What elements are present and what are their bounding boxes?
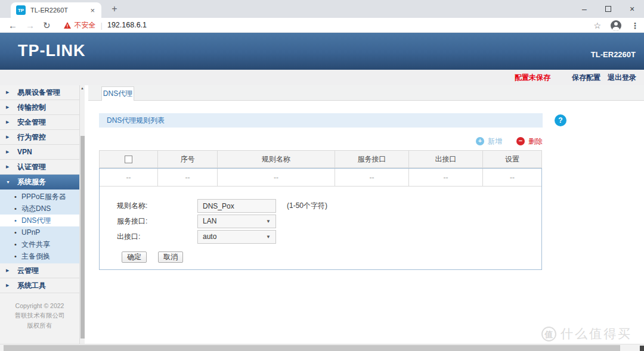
new-tab-button[interactable]: + <box>109 4 120 14</box>
chevron-right-icon: ▶ <box>6 105 12 110</box>
watermark-text: 什么值得买 <box>561 325 632 342</box>
column-header-out-interface: 出接口 <box>409 151 483 167</box>
plus-icon: + <box>476 137 484 145</box>
bullet-icon: • <box>14 206 19 212</box>
insecure-warning-icon: ! <box>64 22 72 29</box>
scroll-up-icon[interactable]: ▲ <box>80 86 85 90</box>
dropdown-arrow-icon: ▼ <box>266 231 271 243</box>
table-row: -- -- -- -- -- -- <box>100 169 541 187</box>
chevron-right-icon: ▶ <box>6 164 12 169</box>
back-icon[interactable]: ← <box>8 21 17 30</box>
bookmark-star-icon[interactable]: ☆ <box>593 21 601 30</box>
unsaved-config-badge: 配置未保存 <box>515 73 550 83</box>
browser-tabbar: TP TL-ER2260T × + – × <box>0 0 644 18</box>
copyright-notice: Copyright © 2022 普联技术有限公司 版权所有 <box>0 293 79 330</box>
chevron-down-icon: ▼ <box>6 180 12 184</box>
submenu-item-failover[interactable]: • 主备倒换 <box>0 250 79 262</box>
smzdm-watermark: 值 什么值得买 <box>541 325 632 342</box>
maximize-button[interactable] <box>596 0 620 18</box>
cancel-button[interactable]: 取消 <box>158 251 183 263</box>
logout-link[interactable]: 退出登录 <box>608 73 636 83</box>
maximize-icon <box>605 6 611 12</box>
chevron-right-icon: ▶ <box>6 90 12 95</box>
chevron-right-icon: ▶ <box>6 120 12 125</box>
forward-icon[interactable]: → <box>26 21 35 30</box>
sidebar-nav: ▶ 易展设备管理 ▶ 传输控制 ▶ 安全管理 ▶ 行为管控 ▶ VPN ▶ 认证… <box>0 85 79 344</box>
reload-icon[interactable]: ↻ <box>43 21 51 30</box>
submenu-item-dynamic-dns[interactable]: • 动态DNS <box>0 203 79 215</box>
rule-edit-panel: -- -- -- -- -- -- 规则名称: (1-50个字符) 服务接口: … <box>99 168 542 270</box>
horizontal-scrollbar-thumb[interactable] <box>4 345 620 351</box>
add-rule-button[interactable]: + 新增 <box>476 136 502 147</box>
delete-rule-button[interactable]: − 删除 <box>516 136 543 147</box>
profile-avatar-icon[interactable] <box>611 20 621 31</box>
out-interface-label: 出接口: <box>117 232 197 242</box>
config-statusbar: 配置未保存 保存配置 退出登录 <box>0 70 644 85</box>
column-header-rule-name: 规则名称 <box>218 151 335 167</box>
select-all-cell <box>100 151 158 167</box>
out-interface-select[interactable]: auto ▼ <box>197 230 276 244</box>
minimize-button[interactable]: – <box>572 0 596 18</box>
help-icon[interactable]: ? <box>555 114 566 126</box>
omnibox[interactable]: ! 不安全 | 192.168.6.1 <box>64 20 147 30</box>
tplink-logo: TP-LINK <box>18 42 85 60</box>
submenu-item-upnp[interactable]: • UPnP <box>0 226 79 238</box>
rule-name-input[interactable] <box>197 199 276 213</box>
dropdown-arrow-icon: ▼ <box>266 215 271 228</box>
table-actions: + 新增 − 删除 <box>99 136 543 147</box>
section-title: DNS代理规则列表 <box>99 113 543 128</box>
sidebar-item-system-services[interactable]: ▼ 系统服务 <box>0 175 79 190</box>
service-interface-select[interactable]: LAN ▼ <box>197 215 276 228</box>
chevron-right-icon: ▶ <box>6 283 12 288</box>
sidebar-scrollbar-thumb[interactable] <box>80 136 85 338</box>
sidebar-item-cloud-management[interactable]: ▶ 云管理 <box>0 263 79 278</box>
bullet-icon: • <box>14 194 19 200</box>
chevron-right-icon: ▶ <box>6 268 12 273</box>
browser-tab[interactable]: TP TL-ER2260T × <box>11 2 101 18</box>
submenu-item-file-sharing[interactable]: • 文件共享 <box>0 238 79 250</box>
column-header-index: 序号 <box>158 151 218 167</box>
save-config-link[interactable]: 保存配置 <box>572 73 600 83</box>
bullet-icon: • <box>14 241 19 248</box>
column-header-service-interface: 服务接口 <box>335 151 409 167</box>
horizontal-scrollbar[interactable] <box>0 344 644 351</box>
minus-icon: − <box>516 137 525 145</box>
tab-dns-proxy[interactable]: DNS代理 <box>101 86 134 101</box>
sidebar-scrollbar[interactable]: ▲ <box>79 85 85 344</box>
url-text: 192.168.6.1 <box>107 21 147 29</box>
scrollbar-corner <box>640 346 644 351</box>
page-header-banner: TP-LINK TL-ER2260T <box>0 33 644 70</box>
browser-addressbar: ← → ↻ ! 不安全 | 192.168.6.1 <box>0 18 644 33</box>
router-admin-window: TP TL-ER2260T × + – × ← → ↻ ! 不安全 | 192.… <box>0 0 644 351</box>
sidebar-item-authentication[interactable]: ▶ 认证管理 <box>0 160 79 175</box>
submenu-item-pppoe-server[interactable]: • PPPoE服务器 <box>0 191 79 203</box>
tab-close-icon[interactable]: × <box>89 7 96 14</box>
chevron-right-icon: ▶ <box>6 135 12 139</box>
service-interface-label: 服务接口: <box>117 216 197 226</box>
addressbar-right: ☆ ⋮ <box>593 18 644 33</box>
bullet-icon: • <box>14 229 19 236</box>
url-divider: | <box>101 21 103 30</box>
close-window-button[interactable]: × <box>620 0 644 18</box>
chevron-right-icon: ▶ <box>6 150 12 154</box>
insecure-label: 不安全 <box>75 20 96 30</box>
sidebar-item-behavior[interactable]: ▶ 行为管控 <box>0 130 79 145</box>
browser-menu-icon[interactable]: ⋮ <box>631 21 639 30</box>
rule-form: 规则名称: (1-50个字符) 服务接口: LAN ▼ 出接口: auto ▼ … <box>100 187 541 263</box>
confirm-button[interactable]: 确定 <box>122 251 147 263</box>
column-header-settings: 设置 <box>483 151 541 167</box>
browser-tab-title: TL-ER2260T <box>30 7 89 14</box>
tp-favicon-icon: TP <box>16 5 26 15</box>
watermark-badge: 值 <box>541 327 556 341</box>
sidebar-item-easy-display[interactable]: ▶ 易展设备管理 <box>0 85 79 100</box>
rule-name-hint: (1-50个字符) <box>287 201 327 211</box>
sidebar-item-vpn[interactable]: ▶ VPN <box>0 145 79 160</box>
sidebar-item-security[interactable]: ▶ 安全管理 <box>0 115 79 130</box>
submenu-item-dns-proxy[interactable]: • DNS代理 <box>0 215 79 226</box>
device-model: TL-ER2260T <box>591 50 636 59</box>
select-all-checkbox[interactable] <box>125 156 132 163</box>
sidebar-item-system-tools[interactable]: ▶ 系统工具 <box>0 278 79 293</box>
rule-name-label: 规则名称: <box>117 201 197 211</box>
sidebar-item-transmission[interactable]: ▶ 传输控制 <box>0 100 79 115</box>
bullet-icon: • <box>14 218 19 224</box>
